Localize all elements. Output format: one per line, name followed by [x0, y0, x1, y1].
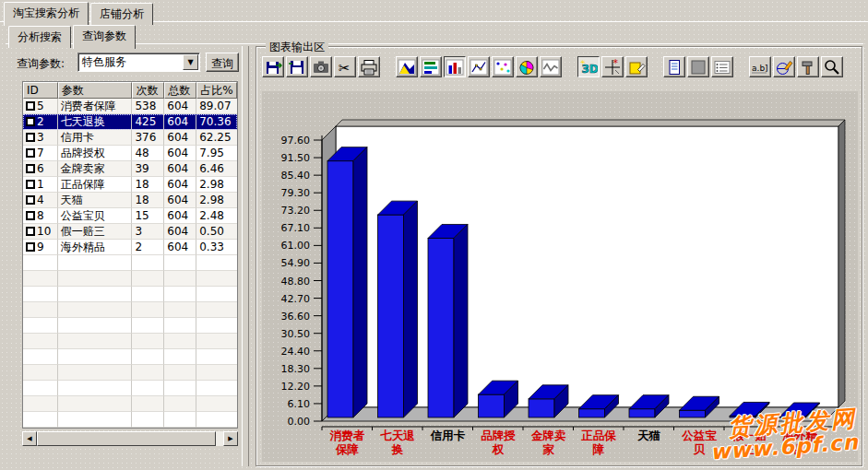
col-header-pct[interactable]: 占比%: [196, 82, 237, 99]
row-checkbox[interactable]: [26, 101, 35, 111]
cell-param[interactable]: 正品保障: [58, 177, 133, 193]
scrollbar-thumb[interactable]: [37, 431, 216, 446]
cell-count[interactable]: 18: [132, 193, 164, 208]
cell-param[interactable]: 金牌卖家: [58, 161, 133, 177]
cell-param[interactable]: 海外精品: [58, 240, 133, 255]
area-chart-button[interactable]: [396, 56, 418, 77]
cell-id[interactable]: 10: [23, 224, 58, 240]
cell-param[interactable]: 信用卡: [58, 130, 133, 146]
cell-count[interactable]: 48: [132, 146, 164, 161]
row-checkbox[interactable]: [26, 117, 35, 126]
copy-image-button[interactable]: [310, 56, 332, 77]
table-row[interactable]: 5消费者保障53860489.07: [23, 99, 237, 114]
query-button[interactable]: 查询: [206, 53, 239, 72]
cell-total[interactable]: 604: [164, 224, 196, 240]
cell-id[interactable]: 7: [23, 146, 58, 161]
cell-id[interactable]: 8: [23, 208, 58, 224]
table-empty-row[interactable]: [23, 302, 237, 318]
col-header-param[interactable]: 参数: [58, 82, 133, 99]
row-checkbox[interactable]: [26, 195, 35, 205]
print-button[interactable]: [358, 56, 380, 77]
cell-param[interactable]: 品牌授权: [58, 146, 133, 161]
cell-id[interactable]: 5: [23, 99, 58, 114]
cell-pct[interactable]: 89.07: [196, 99, 237, 114]
cell-id[interactable]: 4: [23, 193, 58, 208]
table-row[interactable]: 8公益宝贝156042.48: [23, 208, 237, 224]
save-chart-button[interactable]: [286, 56, 308, 77]
cell-total[interactable]: 604: [164, 114, 196, 130]
cell-param[interactable]: 消费者保障: [58, 99, 133, 114]
col-header-total[interactable]: 总数: [164, 82, 196, 99]
wall-color-button[interactable]: [687, 56, 709, 77]
line-chart-button[interactable]: [468, 56, 490, 77]
cell-total[interactable]: 604: [164, 208, 196, 224]
cell-id[interactable]: 3: [23, 130, 58, 146]
table-empty-row[interactable]: [23, 318, 237, 334]
table-empty-row[interactable]: [23, 255, 237, 271]
scroll-left-icon[interactable]: ◀: [22, 431, 37, 446]
chevron-down-icon[interactable]: ▼: [183, 54, 198, 70]
tab-taobao-search-analysis[interactable]: 淘宝搜索分析: [4, 2, 89, 26]
row-checkbox[interactable]: [26, 180, 35, 189]
table-empty-row[interactable]: [23, 271, 237, 287]
table-row[interactable]: 1正品保障186042.98: [23, 177, 237, 193]
table-empty-row[interactable]: [23, 365, 237, 381]
cell-pct[interactable]: 7.95: [196, 146, 237, 161]
row-checkbox[interactable]: [26, 148, 35, 158]
cell-total[interactable]: 604: [164, 99, 196, 114]
chart-design-button[interactable]: [773, 56, 795, 77]
page-button[interactable]: [663, 56, 685, 77]
cell-pct[interactable]: 62.25: [196, 130, 237, 146]
table-row[interactable]: 7品牌授权486047.95: [23, 146, 237, 161]
row-checkbox[interactable]: [26, 242, 35, 252]
cell-total[interactable]: 604: [164, 193, 196, 208]
bar-vertical-button[interactable]: [444, 56, 466, 77]
tab-query-params[interactable]: 查询参数: [73, 25, 136, 49]
cell-param[interactable]: 七天退换: [58, 114, 133, 130]
table-empty-row[interactable]: [23, 381, 237, 396]
cell-param[interactable]: 公益宝贝: [58, 208, 133, 224]
cell-count[interactable]: 376: [132, 130, 164, 146]
cell-count[interactable]: 3: [132, 224, 164, 240]
text-label-button[interactable]: a.b]: [749, 56, 771, 77]
tab-analyze-search[interactable]: 分析搜索: [8, 26, 71, 48]
scroll-right-icon[interactable]: ▶: [223, 431, 238, 446]
row-checkbox[interactable]: [26, 164, 35, 173]
cell-pct[interactable]: 6.46: [196, 161, 237, 177]
table-row[interactable]: 3信用卡37660462.25: [23, 130, 237, 146]
cell-id[interactable]: 6: [23, 161, 58, 177]
point-chart-button[interactable]: [492, 56, 514, 77]
cell-pct[interactable]: 2.48: [196, 208, 237, 224]
table-empty-row[interactable]: [23, 287, 237, 302]
table-empty-row[interactable]: [23, 412, 237, 428]
axis-edit-button[interactable]: *: [601, 56, 624, 77]
zoom-button[interactable]: [821, 56, 843, 77]
cell-total[interactable]: 604: [164, 240, 196, 255]
row-checkbox[interactable]: [26, 133, 35, 142]
row-checkbox[interactable]: [26, 211, 35, 220]
cell-param[interactable]: 天猫: [58, 193, 133, 208]
table-row[interactable]: 9海外精品26040.33: [23, 240, 237, 255]
col-header-id[interactable]: ID: [23, 82, 58, 99]
cell-total[interactable]: 604: [164, 146, 196, 161]
table-row[interactable]: 10假一赔三36040.50: [23, 224, 237, 240]
cell-pct[interactable]: 0.33: [196, 240, 237, 255]
bar-horizontal-button[interactable]: [420, 56, 442, 77]
panel-splitter[interactable]: [242, 46, 249, 466]
cell-count[interactable]: 39: [132, 161, 164, 177]
query-param-select[interactable]: 特色服务 ▼: [77, 53, 200, 72]
cell-pct[interactable]: 70.36: [196, 114, 237, 130]
cell-count[interactable]: 425: [132, 114, 164, 130]
cell-total[interactable]: 604: [164, 130, 196, 146]
curve-chart-button[interactable]: [540, 56, 562, 77]
chart-edit-button[interactable]: [625, 56, 648, 77]
cell-count[interactable]: 18: [132, 177, 164, 193]
cell-param[interactable]: 假一赔三: [58, 224, 133, 240]
table-row[interactable]: 2七天退换42560470.36: [23, 114, 237, 130]
tab-shop-analysis[interactable]: 店铺分析: [90, 3, 153, 25]
cell-id[interactable]: 9: [23, 240, 58, 255]
pie-chart-button[interactable]: [516, 56, 538, 77]
tools-button[interactable]: [797, 56, 819, 77]
cell-count[interactable]: 2: [132, 240, 164, 255]
cell-pct[interactable]: 2.98: [196, 193, 237, 208]
